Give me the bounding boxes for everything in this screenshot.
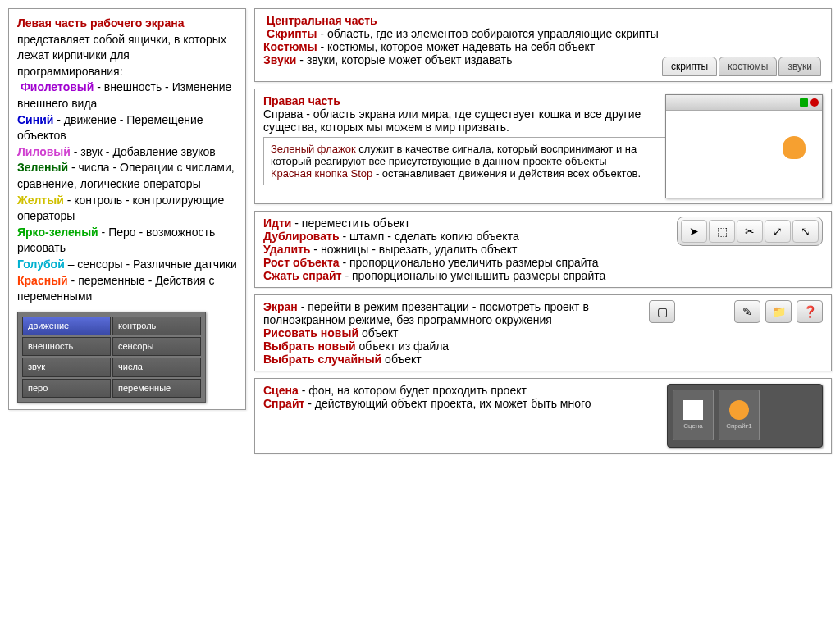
color-purple: Фиолетовый bbox=[21, 80, 94, 93]
color-lilac: Лиловый bbox=[17, 145, 71, 158]
palette-looks[interactable]: внешность bbox=[22, 337, 111, 356]
right-section: Правая часть Справа - область экрана или… bbox=[254, 89, 832, 204]
folder-icon[interactable]: 📁 bbox=[765, 300, 792, 323]
left-title-tail: представляет собой ящички, в которых леж… bbox=[17, 33, 226, 78]
block-palette: движение контроль внешность сенсоры звук… bbox=[17, 312, 206, 403]
right-desc: Справа - область экрана или мира, где су… bbox=[263, 107, 641, 134]
dup-label: Дублировать bbox=[263, 230, 340, 243]
color-green: Зеленый bbox=[17, 161, 68, 174]
color-bright-green: Ярко-зеленый bbox=[17, 226, 98, 239]
shrink-icon[interactable]: ⤡ bbox=[792, 220, 819, 243]
sprite-section: Сцена Спрайт1 Сцена - фон, на котором бу… bbox=[254, 378, 832, 454]
green-flag-icon[interactable] bbox=[800, 98, 808, 107]
center-header: Центральная часть bbox=[267, 14, 377, 27]
grow-icon[interactable]: ⤢ bbox=[765, 220, 791, 243]
cat-sprite-icon bbox=[783, 136, 806, 159]
choose-label: Выбрать новый bbox=[263, 340, 356, 353]
tools-section: ➤ ⬚ ✂ ⤢ ⤡ Идти - переместить объект Дубл… bbox=[254, 211, 832, 288]
left-title: Левая часть рабочего экрана bbox=[17, 16, 184, 30]
palette-pen[interactable]: перо bbox=[22, 379, 111, 398]
tabs-thumbnail: скрипты костюмы звуки bbox=[662, 57, 823, 76]
stop-icon[interactable] bbox=[810, 98, 819, 107]
random-icon[interactable]: ❓ bbox=[797, 300, 823, 323]
palette-numbers[interactable]: числа bbox=[112, 358, 201, 376]
sprite-panel: Сцена Спрайт1 bbox=[667, 384, 823, 448]
sprite-slot[interactable]: Спрайт1 bbox=[719, 390, 760, 440]
stage-thumbnail bbox=[665, 94, 823, 198]
tab-costumes[interactable]: костюмы bbox=[719, 57, 777, 76]
paint-icon[interactable]: ✎ bbox=[734, 300, 760, 323]
shrink-label: Сжать спрайт bbox=[263, 269, 342, 282]
palette-sound[interactable]: звук bbox=[22, 358, 111, 376]
stamp-icon[interactable]: ⬚ bbox=[709, 220, 735, 243]
sprite-toolbar: ➤ ⬚ ✂ ⤢ ⤡ bbox=[677, 217, 823, 246]
palette-sensing[interactable]: сенсоры bbox=[112, 337, 201, 356]
sprite-label: Спрайт bbox=[263, 397, 304, 410]
palette-control[interactable]: контроль bbox=[112, 317, 201, 335]
left-panel-description: Левая часть рабочего экрана представляет… bbox=[8, 8, 246, 410]
new-object-toolbar: ▢ ✎ 📁 ❓ bbox=[649, 300, 823, 323]
arrow-icon[interactable]: ➤ bbox=[681, 220, 707, 243]
random-label: Выбрать случайный bbox=[263, 353, 381, 366]
presentation-icon[interactable]: ▢ bbox=[649, 300, 675, 323]
cat-icon bbox=[729, 400, 749, 420]
color-blue: Синий bbox=[17, 113, 53, 126]
costumes-label: Костюмы bbox=[263, 40, 317, 53]
palette-variables[interactable]: переменные bbox=[112, 379, 201, 398]
scripts-label: Скрипты bbox=[267, 27, 317, 40]
del-label: Удалить bbox=[263, 243, 310, 256]
palette-motion[interactable]: движение bbox=[22, 317, 111, 335]
scissors-icon[interactable]: ✂ bbox=[737, 220, 763, 243]
grow-label: Рост объекта bbox=[263, 256, 340, 269]
color-cyan: Голубой bbox=[17, 258, 65, 271]
green-flag-label: Зеленый флажок bbox=[271, 143, 356, 155]
scene-label: Сцена bbox=[263, 384, 299, 397]
tab-sounds[interactable]: звуки bbox=[778, 57, 821, 76]
color-red: Красный bbox=[17, 274, 68, 287]
screen-label: Экран bbox=[263, 300, 298, 313]
go-label: Идти bbox=[263, 217, 291, 230]
draw-label: Рисовать новый bbox=[263, 326, 358, 340]
sounds-label: Звуки bbox=[263, 53, 296, 66]
right-header: Правая часть bbox=[263, 94, 340, 107]
color-yellow: Желтый bbox=[17, 194, 64, 207]
stage-slot[interactable]: Сцена bbox=[673, 390, 714, 440]
tab-scripts[interactable]: скрипты bbox=[662, 57, 717, 76]
screen-section: ▢ ✎ 📁 ❓ Экран - перейти в режим презента… bbox=[254, 294, 832, 371]
red-stop-label: Красная кнопка Stop bbox=[271, 167, 372, 180]
center-section: Центральная часть Скрипты - область, где… bbox=[254, 8, 832, 82]
